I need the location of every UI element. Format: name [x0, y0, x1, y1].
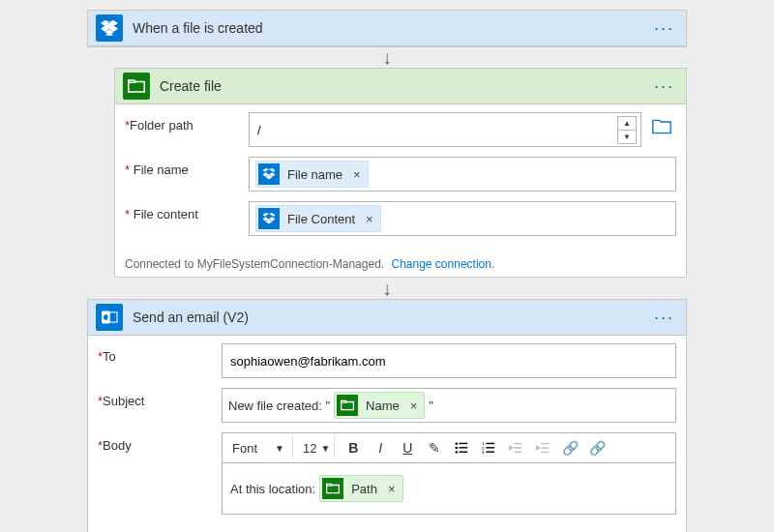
svg-point-2	[104, 314, 107, 320]
filesystem-icon	[322, 478, 343, 499]
svg-rect-4	[460, 443, 468, 444]
outdent-icon[interactable]	[503, 435, 528, 460]
more-menu-icon[interactable]: ···	[650, 18, 678, 39]
create-file-step: Create file ··· *Folder path ▲▼ * File n…	[114, 68, 687, 278]
unlink-icon[interactable]: 🔗	[584, 435, 610, 460]
token-file-content[interactable]: File Content ×	[255, 205, 381, 232]
remove-token-icon[interactable]: ×	[363, 212, 376, 226]
more-menu-icon[interactable]: ···	[650, 76, 678, 97]
svg-point-3	[456, 442, 458, 444]
subject-label: *Subject	[98, 388, 214, 408]
connection-footer: Connected to MyFileSystemConnection-Mana…	[115, 251, 686, 277]
svg-point-5	[456, 447, 458, 449]
font-size-select[interactable]: 12▼	[299, 436, 335, 459]
remove-token-icon[interactable]: ×	[350, 167, 364, 182]
folder-path-label: *Folder path	[125, 112, 241, 133]
step-header[interactable]: Create file ···	[115, 69, 686, 104]
spinner-icon[interactable]: ▲▼	[617, 116, 637, 144]
dropbox-icon	[258, 208, 280, 229]
token-file-name[interactable]: File name ×	[255, 161, 369, 188]
svg-rect-14	[487, 452, 495, 453]
outlook-icon	[96, 304, 123, 331]
change-connection-link[interactable]: Change connection	[391, 257, 491, 271]
file-content-input[interactable]: File Content ×	[249, 201, 676, 236]
token-path[interactable]: Path ×	[319, 475, 402, 502]
svg-rect-8	[460, 452, 468, 453]
filesystem-icon	[123, 73, 150, 100]
rich-text-toolbar: Font▼ 12▼ B I U ✎ 123 🔗 🔗	[222, 432, 676, 463]
step-header[interactable]: Send an email (V2) ···	[88, 300, 686, 336]
token-name[interactable]: Name ×	[334, 392, 425, 419]
send-email-step: Send an email (V2) ··· *To *Subject New …	[87, 299, 687, 532]
step-title: When a file is created	[133, 20, 640, 36]
bold-icon[interactable]: B	[341, 435, 366, 460]
indent-icon[interactable]	[530, 435, 555, 460]
bullet-list-icon[interactable]	[449, 435, 474, 460]
remove-token-icon[interactable]: ×	[385, 482, 399, 496]
filesystem-icon	[337, 395, 358, 416]
to-input[interactable]	[222, 343, 676, 378]
to-label: *To	[98, 343, 214, 364]
subject-input[interactable]: New file created: " Name × "	[222, 388, 676, 423]
link-icon[interactable]: 🔗	[557, 435, 582, 460]
svg-point-7	[456, 451, 458, 453]
folder-path-input[interactable]: ▲▼	[249, 112, 641, 147]
file-content-label: * File content	[125, 201, 241, 222]
number-list-icon[interactable]: 123	[476, 435, 501, 460]
highlight-icon[interactable]: ✎	[422, 435, 447, 460]
file-name-label: * File name	[125, 157, 241, 177]
step-title: Send an email (V2)	[133, 310, 640, 325]
italic-icon[interactable]: I	[368, 435, 393, 460]
body-label: *Body	[98, 432, 214, 453]
dropbox-icon	[96, 15, 123, 42]
svg-rect-6	[460, 447, 468, 448]
dropbox-icon	[258, 163, 280, 185]
step-title: Create file	[160, 78, 640, 94]
svg-text:3: 3	[482, 450, 485, 455]
arrow-down-icon: ↓	[87, 278, 687, 299]
body-input[interactable]: At this location: Path ×	[222, 463, 676, 515]
folder-picker-icon[interactable]	[647, 112, 676, 141]
svg-rect-10	[487, 443, 495, 444]
file-name-input[interactable]: File name ×	[249, 157, 676, 192]
trigger-step[interactable]: When a file is created ···	[87, 10, 687, 47]
more-menu-icon[interactable]: ···	[650, 308, 678, 328]
svg-rect-12	[487, 447, 495, 448]
arrow-down-icon: ↓	[87, 46, 687, 68]
font-select[interactable]: Font▼	[226, 436, 293, 459]
underline-icon[interactable]: U	[395, 435, 420, 460]
remove-token-icon[interactable]: ×	[407, 399, 421, 413]
